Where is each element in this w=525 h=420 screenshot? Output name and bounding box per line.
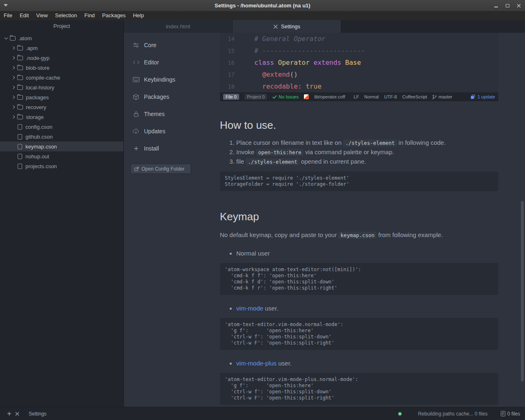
file-path: lib/operator.coff xyxy=(314,94,345,99)
tree-folder-blob-store[interactable]: blob-store xyxy=(0,63,123,73)
updates-status: 1 update xyxy=(470,94,495,99)
no-issues-status: No Issues xyxy=(272,94,299,99)
tree-file-github-cson[interactable]: github.cson xyxy=(0,132,123,142)
settings-item-label: Updates xyxy=(144,128,165,135)
tree-folder-packages[interactable]: packages xyxy=(0,92,123,102)
project-header: Project xyxy=(0,20,123,32)
tree-label: compile-cache xyxy=(26,75,60,81)
bullet-text: Normal user xyxy=(236,250,270,257)
tab-settings[interactable]: Settings xyxy=(233,20,341,33)
settings-item-core[interactable]: Core xyxy=(124,37,198,54)
line-number: 17 xyxy=(220,71,235,78)
tab-index-html[interactable]: index.html xyxy=(124,20,233,33)
tools-icon xyxy=(273,24,278,29)
maximize-button[interactable] xyxy=(504,3,510,9)
bullet-text: user. xyxy=(263,305,278,312)
tree-file-projects-cson[interactable]: projects.cson xyxy=(0,161,123,171)
open-config-folder-label: Open Config Folder xyxy=(142,166,185,172)
inline-code: ./styles-element xyxy=(343,139,397,146)
code-text: recodable: true xyxy=(254,82,322,90)
screenshot-editor: 14 # General Operator 15 # -------------… xyxy=(220,33,498,92)
menu-help[interactable]: Help xyxy=(129,11,148,20)
sliders-icon xyxy=(132,42,139,48)
settings-item-label: Install xyxy=(144,145,159,152)
check-icon xyxy=(272,95,277,99)
minimize-button[interactable] xyxy=(493,3,499,9)
close-panel-button[interactable] xyxy=(13,410,21,418)
menu-selection[interactable]: Selection xyxy=(51,11,80,20)
keymap-bullet-normal: Normal user xyxy=(220,249,498,258)
file-icon xyxy=(18,124,22,130)
window-menu-icon[interactable] xyxy=(4,4,8,7)
atom-window: Settings - /home/ubuntu/.atom (na u1) Fi… xyxy=(0,0,525,420)
updates-label: 1 update xyxy=(477,94,495,99)
tree-label: storage xyxy=(26,114,43,120)
settings-item-install[interactable]: Install xyxy=(124,140,198,157)
settings-item-themes[interactable]: Themes xyxy=(124,105,198,123)
inline-code: ./styles-element xyxy=(246,158,299,165)
step-text: opened in current pane. xyxy=(299,158,366,165)
menu-edit[interactable]: Edit xyxy=(16,11,32,20)
folder-icon xyxy=(17,46,23,50)
folder-icon xyxy=(10,36,16,41)
chevron-right-icon xyxy=(11,76,16,79)
vim-mode-indicator: Normal xyxy=(364,94,379,99)
tree-folder-storage[interactable]: storage xyxy=(0,112,123,122)
inline-code: keymap.cson xyxy=(338,232,377,239)
menu-file[interactable]: File xyxy=(0,11,16,20)
status-left-label: Settings xyxy=(29,411,46,417)
menu-find[interactable]: Find xyxy=(81,11,98,20)
tree-folder-node-gyp[interactable]: .node-gyp xyxy=(0,53,123,63)
tree-folder-recovery[interactable]: recovery xyxy=(0,102,123,112)
add-project-button[interactable] xyxy=(5,410,13,418)
tree-folder-local-history[interactable]: local-history xyxy=(0,82,123,92)
settings-item-updates[interactable]: Updates xyxy=(124,123,198,140)
tree-folder-apm[interactable]: .apm xyxy=(0,43,123,53)
settings-item-editor[interactable]: Editor xyxy=(124,54,198,71)
close-button[interactable] xyxy=(516,3,522,9)
tree-file-keymap-cson[interactable]: keymap.cson xyxy=(0,142,123,151)
code-token: () xyxy=(290,71,298,78)
settings-item-label: Packages xyxy=(144,94,169,100)
tree-label: nohup.out xyxy=(25,153,49,160)
vertical-scrollbar[interactable] xyxy=(521,201,524,381)
no-issues-label: No Issues xyxy=(278,94,299,99)
tree-folder-atom[interactable]: .atom xyxy=(0,33,123,43)
settings-item-label: Editor xyxy=(144,59,159,66)
eol-indicator: LF xyxy=(354,94,359,99)
folder-icon xyxy=(17,75,23,80)
vim-mode-plus-link[interactable]: vim-mode-plus xyxy=(236,360,276,367)
settings-item-label: Keybindings xyxy=(144,76,175,83)
settings-item-packages[interactable]: Packages xyxy=(124,88,198,105)
titlebar: Settings - /home/ubuntu/.atom (na u1) xyxy=(0,0,525,11)
tab-bar: index.html Settings xyxy=(124,20,525,33)
tree-file-config-cson[interactable]: config.cson xyxy=(0,122,123,132)
screenshot-code-line: 15 # -------------------------- xyxy=(220,45,498,57)
tree-folder-compile-cache[interactable]: compile-cache xyxy=(0,73,123,82)
tree-label: .node-gyp xyxy=(26,55,50,61)
tree-label: keymap.cson xyxy=(25,144,57,150)
vim-mode-link[interactable]: vim-mode xyxy=(236,305,263,312)
window-title: Settings - /home/ubuntu/.atom (na u1) xyxy=(0,2,525,9)
keymap-heading: Keymap xyxy=(220,210,498,223)
menu-packages[interactable]: Packages xyxy=(98,11,129,20)
git-files-status[interactable]: 0 files xyxy=(501,411,520,417)
file-count-badge: File 0 xyxy=(223,94,239,100)
link-external-icon xyxy=(135,167,139,171)
keymap-vim-mode-code-block: 'atom-text-editor.vim-mode.normal-mode':… xyxy=(220,318,498,350)
close-icon xyxy=(15,412,19,416)
status-bar: Settings Rebuilding paths cache... 0 fil… xyxy=(0,407,525,420)
tree-file-nohup-out[interactable]: nohup.out xyxy=(0,151,123,161)
cloud-download-icon xyxy=(132,129,139,134)
step-item: file ./styles-element opened in current … xyxy=(236,157,498,167)
code-token: @extend xyxy=(254,71,290,78)
chevron-right-icon xyxy=(11,86,16,89)
folder-icon xyxy=(17,115,23,119)
open-config-folder-button[interactable]: Open Config Folder xyxy=(130,164,191,174)
paint-can-icon xyxy=(132,111,139,117)
menu-view[interactable]: View xyxy=(32,11,51,20)
plus-icon xyxy=(132,146,139,151)
settings-item-keybindings[interactable]: Keybindings xyxy=(124,71,198,88)
tree-label: blob-store xyxy=(26,65,50,71)
code-text: class Operator extends Base xyxy=(254,59,361,66)
